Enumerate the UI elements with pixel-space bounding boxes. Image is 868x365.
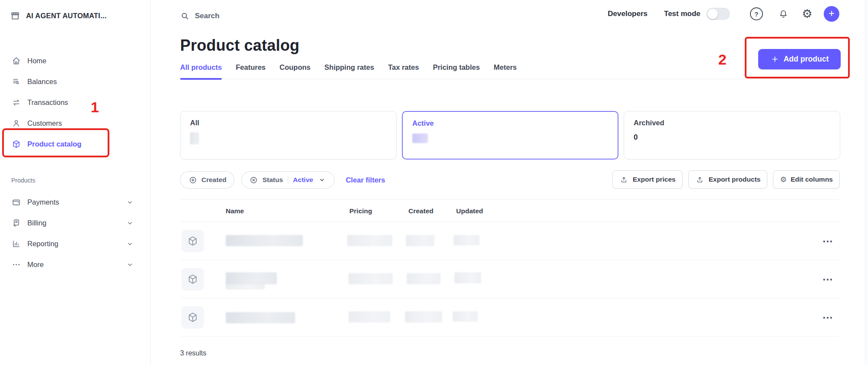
table-header: Name Pricing Created Updated xyxy=(180,204,838,222)
sidebar-section-label: Products xyxy=(11,177,35,184)
product-catalog-icon xyxy=(11,139,21,149)
export-prices-button[interactable]: Export prices xyxy=(612,170,683,189)
product-thumbnail xyxy=(181,306,204,329)
tab-features[interactable]: Features xyxy=(236,63,266,79)
column-header-pricing[interactable]: Pricing xyxy=(349,207,372,215)
table-top-divider xyxy=(180,199,838,200)
card-label: Archived xyxy=(634,119,830,127)
sidebar-item-label: More xyxy=(27,261,44,269)
sidebar-item-transactions[interactable]: Transactions xyxy=(0,92,150,113)
sidebar-item-label: Transactions xyxy=(27,98,68,107)
card-label: All xyxy=(190,119,387,127)
chevron-down-icon xyxy=(125,197,135,207)
developers-link[interactable]: Developers xyxy=(608,10,648,18)
sidebar-item-more[interactable]: More xyxy=(0,254,150,275)
redacted-updated xyxy=(453,311,478,322)
balances-icon xyxy=(11,77,21,86)
account-name: AI AGENT AUTOMATI... xyxy=(26,12,107,20)
search-input[interactable]: Search xyxy=(180,8,220,24)
export-icon xyxy=(695,175,705,184)
redacted-value xyxy=(190,132,199,144)
add-product-label: Add product xyxy=(783,55,829,64)
notifications-bell-icon[interactable] xyxy=(779,9,788,19)
filter-bar: Created Status Active Clear filters xyxy=(180,170,385,189)
clear-filters-link[interactable]: Clear filters xyxy=(346,176,385,184)
row-actions-button[interactable] xyxy=(819,238,836,244)
export-prices-label: Export prices xyxy=(633,176,676,183)
sidebar-item-label: Payments xyxy=(27,198,59,206)
create-plus-button[interactable]: + xyxy=(824,6,839,22)
sidebar-item-product-catalog[interactable]: Product catalog xyxy=(0,134,150,154)
search-icon xyxy=(180,11,190,21)
help-icon[interactable]: ? xyxy=(750,7,763,20)
card-label: Active xyxy=(412,119,608,127)
card-archived[interactable]: Archived 0 xyxy=(624,111,840,160)
product-thumbnail xyxy=(181,268,204,290)
edit-columns-button[interactable]: ⚙ Edit columns xyxy=(773,170,840,189)
chevron-down-icon xyxy=(125,239,135,248)
card-all[interactable]: All xyxy=(180,111,397,160)
sidebar-item-payments[interactable]: Payments xyxy=(0,192,150,212)
status-filter-label: Status xyxy=(263,176,283,184)
tab-meters[interactable]: Meters xyxy=(494,63,517,79)
column-header-created[interactable]: Created xyxy=(408,207,434,215)
tab-pricing-tables[interactable]: Pricing tables xyxy=(433,63,480,79)
redacted-created xyxy=(407,273,441,284)
redacted-pricing xyxy=(349,311,390,323)
sidebar-item-reporting[interactable]: Reporting xyxy=(0,233,150,254)
status-filter-pill[interactable]: Status Active xyxy=(241,171,335,189)
tab-shipping-rates[interactable]: Shipping rates xyxy=(325,63,375,79)
test-mode-toggle[interactable] xyxy=(707,8,730,20)
tab-tax-rates[interactable]: Tax rates xyxy=(388,63,419,79)
sidebar: AI AGENT AUTOMATI... Home Balances Trans… xyxy=(0,0,151,365)
card-active[interactable]: Active xyxy=(402,111,618,160)
customers-icon xyxy=(11,118,21,128)
tab-coupons[interactable]: Coupons xyxy=(279,63,311,79)
search-placeholder: Search xyxy=(195,12,220,20)
export-products-button[interactable]: Export products xyxy=(688,170,768,189)
edit-columns-label: Edit columns xyxy=(791,176,833,183)
card-value: 0 xyxy=(634,133,830,142)
chevron-down-icon xyxy=(125,260,135,269)
table-row[interactable] xyxy=(180,298,838,337)
sidebar-item-label: Customers xyxy=(27,119,62,127)
circle-x-icon xyxy=(249,175,259,185)
sidebar-item-label: Product catalog xyxy=(27,140,82,148)
topbar-right: Developers Test mode ? ⚙ + xyxy=(608,5,839,23)
redacted-updated xyxy=(454,235,480,245)
column-header-updated[interactable]: Updated xyxy=(456,207,483,215)
chevron-down-icon xyxy=(317,175,327,185)
sidebar-item-balances[interactable]: Balances xyxy=(0,71,150,92)
sidebar-item-home[interactable]: Home xyxy=(0,50,150,71)
sidebar-item-billing[interactable]: Billing xyxy=(0,212,150,233)
payments-icon xyxy=(11,197,21,207)
row-actions-button[interactable] xyxy=(819,277,836,283)
created-filter-pill[interactable]: Created xyxy=(180,171,234,189)
sidebar-item-label: Billing xyxy=(27,219,46,227)
catalog-tabs: All products Features Coupons Shipping r… xyxy=(180,63,841,79)
created-filter-label: Created xyxy=(201,176,227,184)
product-thumbnail xyxy=(181,230,204,252)
scrollbar-track[interactable] xyxy=(865,0,868,365)
row-actions-button[interactable] xyxy=(819,315,836,321)
table-row[interactable] xyxy=(180,260,838,298)
column-header-name[interactable]: Name xyxy=(226,207,244,215)
sidebar-nav: Home Balances Transactions Customers xyxy=(0,50,150,154)
sidebar-item-label: Balances xyxy=(27,78,57,86)
results-count: 3 results xyxy=(180,349,206,357)
pill-divider xyxy=(288,176,288,184)
redacted-updated xyxy=(454,272,481,284)
redacted-name-2 xyxy=(226,283,265,290)
billing-icon xyxy=(11,218,21,228)
table-row[interactable] xyxy=(180,222,838,260)
tab-all-products[interactable]: All products xyxy=(180,63,222,79)
stripe-dashboard: AI AGENT AUTOMATI... Home Balances Trans… xyxy=(0,0,868,365)
plus-icon xyxy=(770,55,779,64)
page-title: Product catalog xyxy=(180,36,299,55)
redacted-value xyxy=(412,134,428,143)
transactions-icon xyxy=(11,98,21,107)
account-switcher[interactable]: AI AGENT AUTOMATI... xyxy=(10,6,107,25)
settings-gear-icon[interactable]: ⚙ xyxy=(802,8,812,20)
sidebar-item-label: Home xyxy=(27,57,46,65)
sidebar-item-customers[interactable]: Customers xyxy=(0,113,150,134)
